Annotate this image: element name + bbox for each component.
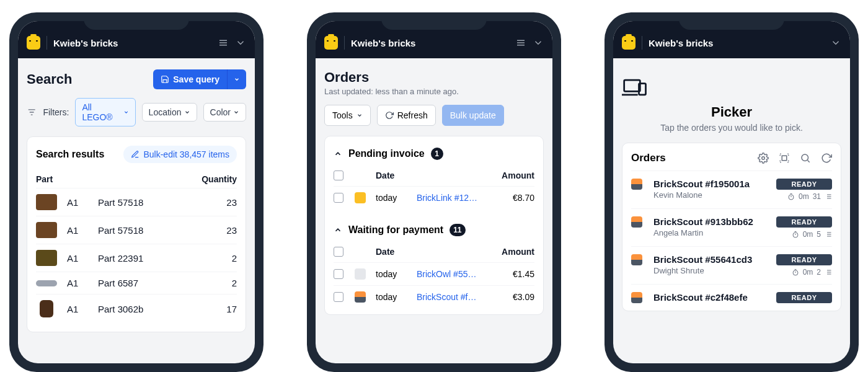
picker-subtitle: Tap the orders you would like to pick.	[622, 123, 841, 133]
row-checkbox[interactable]	[334, 193, 343, 203]
chevron-down-icon[interactable]	[533, 37, 544, 48]
timer-icon	[787, 193, 795, 200]
table-row[interactable]: A1 Part 22391 2	[36, 244, 237, 272]
source-brickscout-icon	[631, 179, 642, 190]
filter-chip-all-lego[interactable]: All LEGO®	[75, 98, 135, 126]
results-title: Search results	[36, 149, 104, 160]
select-all-checkbox[interactable]	[334, 170, 343, 180]
brand-title: Kwieb's bricks	[351, 38, 415, 48]
svg-point-12	[762, 157, 765, 160]
search-icon[interactable]	[800, 153, 811, 164]
gear-icon[interactable]	[758, 153, 769, 164]
source-brickscout-icon	[631, 216, 642, 228]
order-link[interactable]: BrickOwl #55…	[417, 269, 487, 279]
order-link[interactable]: BrickLink #12…	[417, 193, 487, 203]
section-waiting-payment[interactable]: Waiting for payment 11	[334, 219, 534, 241]
table-row[interactable]: A1 Part 57518 23	[36, 216, 237, 244]
tools-dropdown[interactable]: Tools	[324, 105, 371, 126]
brand-title: Kwieb's bricks	[53, 38, 118, 48]
section-pending-invoice[interactable]: Pending invoice 1	[334, 143, 534, 165]
menu-icon[interactable]	[218, 37, 229, 48]
picker-order-item[interactable]: BrickScout #913bbb62 Angela Martin READY…	[631, 208, 832, 246]
page-title: Search	[27, 71, 72, 87]
source-brickscout-icon	[631, 292, 642, 303]
part-thumbnail	[36, 222, 57, 238]
refresh-icon[interactable]	[821, 153, 832, 164]
picker-order-item[interactable]: BrickScout #f195001a Kevin Malone READY …	[631, 170, 832, 208]
table-row[interactable]: A1 Part 6587 2	[36, 272, 237, 294]
page-title: Orders	[324, 69, 544, 86]
bulk-edit-button[interactable]: Bulk-edit 38,457 items	[123, 146, 237, 163]
svg-rect-13	[782, 156, 787, 161]
col-part-header: Part	[36, 174, 67, 184]
lego-head-icon	[622, 36, 636, 50]
devices-icon	[622, 76, 649, 98]
orders-heading: Orders	[631, 152, 666, 164]
list-icon	[825, 231, 832, 238]
lego-head-icon	[324, 36, 338, 50]
status-badge: READY	[776, 179, 832, 190]
filter-icon[interactable]	[27, 107, 37, 118]
order-link[interactable]: BrickScout #f…	[417, 292, 487, 302]
save-query-button[interactable]: Save query	[153, 69, 227, 89]
filter-chip-color[interactable]: Color	[203, 103, 246, 122]
part-thumbnail	[36, 194, 57, 210]
picker-order-item[interactable]: BrickScout #55641cd3 Dwight Shrute READY…	[631, 246, 832, 284]
chevron-up-icon	[334, 226, 342, 234]
count-badge: 1	[431, 148, 443, 160]
chevron-down-icon[interactable]	[235, 37, 246, 48]
svg-point-14	[802, 154, 808, 161]
brand-title: Kwieb's bricks	[649, 38, 713, 48]
timer-icon	[792, 268, 799, 276]
list-icon	[825, 193, 832, 200]
row-checkbox[interactable]	[334, 292, 343, 302]
status-badge: READY	[776, 216, 832, 228]
timer-icon	[792, 231, 799, 238]
status-badge: READY	[776, 254, 832, 265]
table-row[interactable]: A1 Part 57518 23	[36, 188, 237, 216]
chevron-up-icon	[334, 149, 342, 158]
lego-head-icon	[27, 36, 40, 50]
bulk-update-button[interactable]: Bulk update	[442, 105, 504, 126]
picker-title: Picker	[622, 104, 841, 120]
status-badge: READY	[776, 292, 832, 303]
svg-line-15	[807, 160, 809, 162]
svg-rect-9	[624, 80, 640, 91]
select-all-checkbox[interactable]	[334, 247, 343, 257]
row-checkbox[interactable]	[334, 269, 343, 279]
col-qty-header: Quantity	[200, 174, 237, 184]
order-row[interactable]: today BrickScout #f… €3.09	[334, 286, 534, 308]
last-updated-label: Last updated: less than a minute ago.	[324, 87, 544, 96]
menu-icon[interactable]	[515, 37, 526, 48]
order-row[interactable]: today BrickLink #12… €8.70	[334, 187, 534, 209]
save-query-dropdown[interactable]	[227, 69, 246, 89]
table-row[interactable]: A1 Part 3062b 17	[36, 294, 237, 323]
order-row[interactable]: today BrickOwl #55… €1.45	[334, 263, 534, 285]
list-icon	[825, 268, 832, 276]
refresh-button[interactable]: Refresh	[377, 105, 436, 126]
part-thumbnail	[36, 280, 57, 286]
filters-label: Filters:	[43, 107, 69, 117]
part-thumbnail	[36, 250, 57, 266]
picker-order-item[interactable]: BrickScout #c2f48efe READY	[631, 284, 832, 311]
count-badge: 11	[450, 224, 465, 236]
source-bricklink-icon	[355, 192, 366, 203]
filter-chip-location[interactable]: Location	[142, 103, 197, 122]
part-thumbnail	[40, 300, 53, 317]
source-brickowl-icon	[355, 268, 366, 280]
source-brickscout-icon	[355, 291, 366, 303]
chevron-down-icon[interactable]	[830, 37, 841, 48]
select-icon[interactable]	[779, 153, 790, 164]
source-brickscout-icon	[631, 254, 642, 265]
